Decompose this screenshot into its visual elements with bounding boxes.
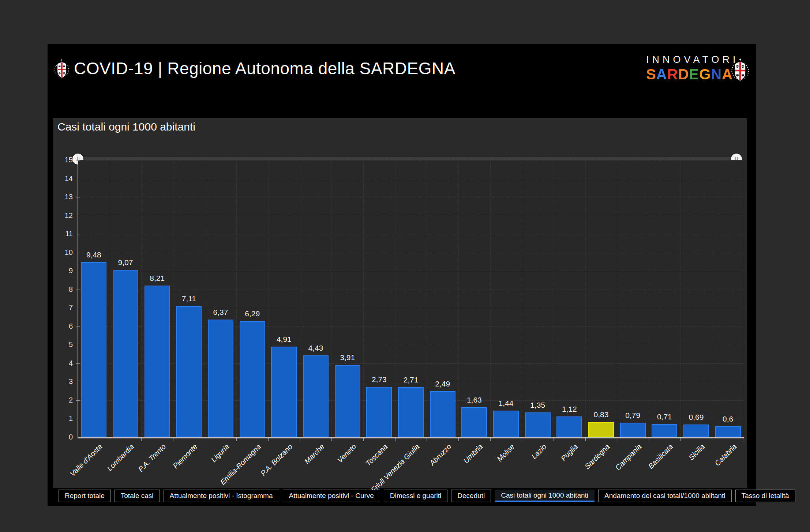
bar-value-label: 0,6 (708, 415, 748, 423)
bar-toscana[interactable] (366, 387, 392, 437)
gridline (554, 160, 554, 437)
y-axis-tick (76, 197, 80, 197)
y-axis-label: 3 (55, 377, 73, 386)
x-axis-tick (110, 438, 110, 441)
y-axis-tick (76, 160, 80, 161)
bar-value-label: 8,21 (137, 274, 177, 283)
gridline (78, 179, 744, 179)
x-axis-tick (617, 438, 617, 441)
y-axis-label: 14 (55, 174, 73, 183)
y-axis-tick (76, 327, 80, 327)
gridline (78, 234, 744, 234)
bar-value-label: 3,91 (327, 353, 368, 362)
bar-campania[interactable] (620, 423, 646, 437)
tab-attualmente-positivi-curve[interactable]: Attualmente positivi - Curve (283, 490, 380, 502)
tab-dimessi-e-guariti[interactable]: Dimessi e guariti (384, 490, 447, 502)
y-axis-label: 1 (55, 414, 73, 423)
y-axis-tick (76, 345, 80, 345)
gridline (78, 290, 744, 290)
app-window: COVID-19 | Regione Autonoma della SARDEG… (48, 44, 756, 506)
gridline (78, 197, 744, 197)
y-axis-label: 9 (55, 267, 73, 275)
bar-lazio[interactable] (525, 412, 551, 437)
bar-valle-d-aosta[interactable] (81, 262, 106, 437)
bar-puglia[interactable] (556, 416, 582, 437)
y-axis-tick (76, 363, 80, 364)
chart-title: Casi totali ogni 1000 abitanti (57, 121, 195, 133)
chart-panel: Casi totali ogni 1000 abitanti 012345678… (53, 118, 747, 488)
gridline (78, 271, 744, 271)
bar-abruzzo[interactable] (430, 391, 455, 437)
sardinia-emblem-icon (54, 59, 70, 82)
gridline (78, 253, 744, 253)
gridline (395, 160, 395, 437)
gridline (141, 160, 142, 437)
y-axis-tick (76, 419, 80, 419)
logo-line2: SARDEGNA (646, 66, 730, 83)
x-axis-tick (141, 438, 142, 441)
x-axis-tick (649, 438, 649, 441)
gridline (331, 160, 332, 437)
tab-bar: Report totaleTotale casiAttualmente posi… (59, 490, 795, 502)
tab-deceduti[interactable]: Deceduti (451, 490, 491, 502)
bar-value-label: 4,43 (296, 344, 336, 352)
y-axis-label: 11 (55, 230, 73, 238)
logo-letter: R (667, 66, 678, 82)
bar-marche[interactable] (303, 355, 329, 437)
y-axis-label: 5 (55, 340, 73, 349)
y-axis-tick (76, 271, 80, 271)
bar-value-label: 6,29 (232, 309, 273, 318)
gridline (363, 160, 364, 437)
y-axis-tick (76, 290, 80, 290)
x-axis-tick (680, 438, 681, 441)
y-axis-tick (76, 216, 80, 216)
tab-casi-totali-ogni-1000-abitanti[interactable]: Casi totali ogni 1000 abitanti (495, 490, 595, 502)
bar-emilia-romagna[interactable] (240, 321, 265, 437)
gridline (78, 160, 744, 161)
y-axis-label: 8 (55, 285, 73, 294)
bar-chart-plot: 01234567891011121314159,48Valle d'Aosta9… (78, 160, 744, 437)
bar-p-a-bolzano[interactable] (271, 347, 297, 437)
gridline (649, 160, 649, 437)
bar-p-a-trento[interactable] (145, 286, 170, 437)
sardinia-emblem-icon (731, 57, 749, 86)
gridline (427, 160, 427, 437)
bar-liguria[interactable] (208, 320, 233, 437)
bar-sicilia[interactable] (683, 425, 709, 437)
bar-calabria[interactable] (715, 426, 741, 437)
y-axis-label: 4 (55, 359, 73, 367)
bar-piemonte[interactable] (176, 306, 202, 437)
tab-totale-casi[interactable]: Totale casi (115, 490, 160, 502)
gridline (268, 160, 269, 437)
logo-letter: E (689, 66, 699, 82)
bar-basilicata[interactable] (652, 424, 677, 437)
header: COVID-19 | Regione Autonoma della SARDEG… (48, 44, 756, 118)
gridline (300, 160, 300, 437)
x-axis-tick (522, 438, 522, 441)
y-axis-tick (76, 308, 80, 308)
tab-attualmente-positivi-istogramma[interactable]: Attualmente positivi - Istogramma (164, 490, 279, 502)
x-axis-baseline (78, 437, 744, 438)
gridline (680, 160, 681, 437)
tab-andamento-dei-casi-totali-1000-abiitanti[interactable]: Andamento dei casi totali/1000 abiitanti (598, 490, 732, 502)
y-axis-tick (76, 179, 80, 179)
tab-tasso-di-letalit[interactable]: Tasso di letalità (735, 490, 795, 502)
x-axis-tick (395, 438, 395, 441)
bar-lombardia[interactable] (113, 270, 138, 437)
bar-umbria[interactable] (461, 407, 487, 437)
y-axis-label: 12 (55, 211, 73, 220)
y-axis-tick (76, 382, 80, 382)
x-axis-tick (427, 438, 427, 441)
logo-letter: A (656, 66, 667, 82)
y-axis-label: 15 (55, 156, 73, 164)
bar-friuli-venezia-giulia[interactable] (398, 387, 424, 437)
y-axis-label: 7 (55, 303, 73, 312)
bar-value-label: 7,11 (169, 294, 209, 303)
bar-sardegna[interactable] (588, 422, 614, 437)
bar-molise[interactable] (493, 411, 519, 437)
x-axis-tick (554, 438, 554, 441)
x-axis-tick (490, 438, 491, 441)
bar-veneto[interactable] (335, 365, 360, 437)
gridline (585, 160, 586, 437)
tab-report-totale[interactable]: Report totale (59, 490, 111, 502)
